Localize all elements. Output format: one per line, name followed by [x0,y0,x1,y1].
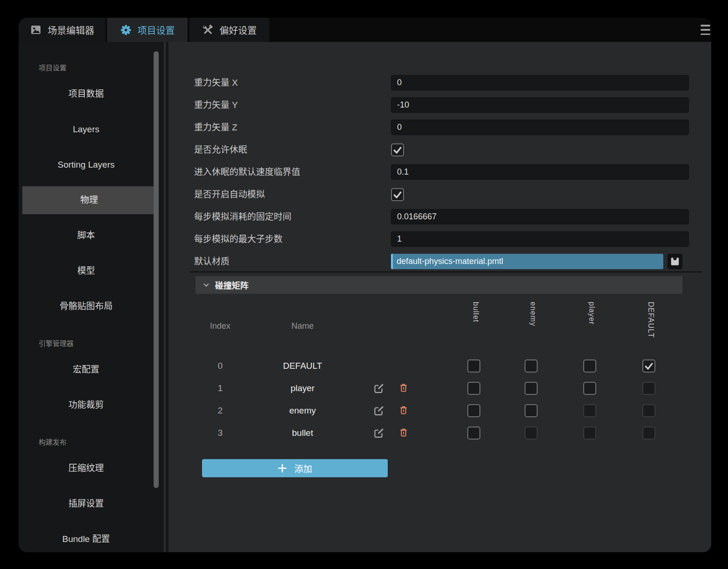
matrix-checkbox[interactable] [525,404,538,417]
tray-icon [670,256,680,267]
matrix-column-header: enemy [525,302,537,326]
matrix-column-header: bullet [468,302,480,322]
matrix-checkbox[interactable] [642,359,655,373]
matrix-checkbox[interactable] [583,427,596,440]
sidebar-section-engine-manager: 引擎管理器 [39,339,74,348]
image-icon [30,24,42,35]
form-row: 默认材质 default-physics-material.pmtl [169,254,711,270]
check-icon [392,145,403,155]
field-label: 重力矢量 X [194,75,238,91]
edit-button[interactable] [372,405,384,417]
matrix-checkbox[interactable] [642,382,655,395]
matrix-checkbox[interactable] [525,427,538,440]
material-value: default-physics-material.pmtl [397,254,503,269]
physics-settings-panel: 重力矢量 X 重力矢量 Y 重力矢量 Z 是否允许休眠 [169,42,711,552]
matrix-checkbox[interactable] [583,382,596,395]
auto-simulation-checkbox[interactable] [391,188,404,201]
sidebar-item-physics[interactable]: 物理 [22,186,156,214]
field-label: 重力矢量 Z [194,120,237,135]
matrix-checkbox[interactable] [525,359,538,373]
plus-icon [277,463,287,473]
matrix-checkbox[interactable] [467,359,480,373]
fixed-timestep-input[interactable] [391,209,689,224]
row-index: 1 [218,380,223,396]
asset-picker-button[interactable] [667,254,682,269]
index-column-header: Index [210,321,230,331]
edit-button[interactable] [372,427,384,439]
matrix-column-header: player [584,302,596,325]
sidebar-item-skeleton-layout[interactable]: 骨骼贴图布局 [19,298,154,314]
matrix-checkbox[interactable] [467,382,480,395]
gravity-z-input[interactable] [391,120,689,135]
row-index: 2 [218,403,223,419]
gravity-x-input[interactable] [391,75,689,90]
field-label: 默认材质 [194,254,229,270]
sidebar-item-bundle-config[interactable]: Bundle 配置 [19,531,154,547]
tab-label: 场景编辑器 [48,23,94,37]
sidebar-scrollbar[interactable] [154,51,159,488]
sidebar-item-macro-config[interactable]: 宏配置 [19,362,154,378]
tab-bar: 场景编辑器 项目设置 [19,18,711,42]
table-row: 0 DEFAULT [169,358,711,374]
field-label: 是否开启自动模拟 [194,187,265,203]
table-row: 1 player [169,380,711,396]
row-index: 3 [218,425,223,441]
tab-project-settings[interactable]: 项目设置 [107,18,188,42]
tab-preferences[interactable]: 偏好设置 [189,18,269,42]
row-index: 0 [218,358,223,374]
field-label: 是否允许休眠 [194,142,247,158]
row-name: bullet [292,425,313,441]
form-row: 重力矢量 X [169,75,711,91]
delete-button[interactable] [398,427,410,439]
sidebar-item-project-data[interactable]: 项目数据 [19,86,154,102]
edit-button[interactable] [372,382,384,394]
matrix-checkbox[interactable] [467,404,480,417]
field-label: 进入休眠的默认速度临界值 [194,164,300,180]
field-label: 重力矢量 Y [194,97,238,113]
name-column-header: Name [291,321,314,331]
sidebar-item-scripts[interactable]: 脚本 [19,228,154,244]
matrix-checkbox[interactable] [583,404,596,417]
default-material-field[interactable]: default-physics-material.pmtl [391,254,663,269]
panel-splitter[interactable] [164,42,166,552]
matrix-column-header: DEFAULT [643,302,655,338]
sidebar-item-model[interactable]: 模型 [19,263,154,279]
delete-button[interactable] [398,382,410,394]
row-name: enemy [289,403,316,419]
matrix-checkbox[interactable] [467,427,480,440]
collision-matrix-header[interactable]: 碰撞矩阵 [195,276,682,294]
screenshot-root: 场景编辑器 项目设置 [0,0,728,569]
allow-sleep-checkbox[interactable] [391,143,404,156]
gravity-y-input[interactable] [391,97,689,113]
sidebar-item-layers[interactable]: Layers [19,122,154,137]
matrix-checkbox[interactable] [642,427,655,440]
field-label: 每步模拟的最大子步数 [194,231,283,247]
matrix-checkbox[interactable] [642,404,655,417]
sleep-threshold-input[interactable] [391,164,689,180]
check-icon [392,190,403,200]
matrix-checkbox[interactable] [525,382,538,395]
tab-scene-editor[interactable]: 场景编辑器 [19,18,105,42]
sidebar-item-sorting-layers[interactable]: Sorting Layers [19,157,154,173]
form-row: 重力矢量 Z [169,120,711,135]
content-area: 项目设置 项目数据 Layers Sorting Layers 物理 脚本 模型… [19,42,711,552]
sidebar-item-compress-texture[interactable]: 压缩纹理 [19,461,154,476]
sidebar-section-project-settings: 项目设置 [39,64,67,72]
field-label: 每步模拟消耗的固定时间 [194,209,291,225]
row-name: player [290,380,315,396]
form-row: 进入休眠的默认速度临界值 [169,164,711,180]
tab-label: 偏好设置 [220,23,257,37]
max-substeps-input[interactable] [391,231,689,247]
row-name: DEFAULT [283,358,322,374]
sidebar-item-splash-settings[interactable]: 插屏设置 [19,496,154,512]
sidebar-item-feature-crop[interactable]: 功能裁剪 [19,397,154,413]
matrix-checkbox[interactable] [583,359,596,373]
tools-icon [202,24,214,36]
hamburger-menu-icon[interactable] [701,25,710,35]
gear-icon [120,24,132,36]
section-title: 碰撞矩阵 [215,279,249,291]
delete-button[interactable] [398,405,410,417]
add-layer-button[interactable]: 添加 [202,459,388,477]
selection-edge [391,254,393,269]
sidebar: 项目设置 项目数据 Layers Sorting Layers 物理 脚本 模型… [19,42,169,552]
